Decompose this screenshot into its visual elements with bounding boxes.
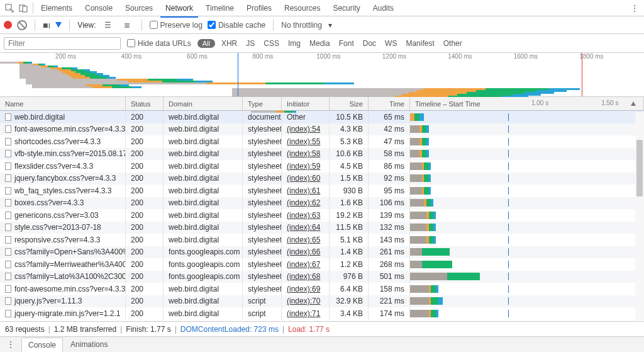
panel-tab-console[interactable]: Console xyxy=(80,1,118,15)
drawer-menu-icon[interactable]: ⋮ xyxy=(4,339,18,349)
panel-tab-security[interactable]: Security xyxy=(328,1,365,15)
cell-time: 139 ms xyxy=(369,209,410,222)
panel-tab-sources[interactable]: Sources xyxy=(120,1,158,15)
file-icon xyxy=(5,138,11,145)
col-initiator[interactable]: Initiator xyxy=(282,97,330,110)
col-waterfall[interactable]: Timeline – Start Time 1.00 s1.50 s xyxy=(410,97,644,110)
cell-initiator[interactable]: (index):55 xyxy=(282,135,330,148)
file-icon xyxy=(5,125,11,133)
file-icon xyxy=(5,297,11,305)
cell-initiator[interactable]: (index):54 xyxy=(282,123,330,136)
request-row[interactable]: css?family=Lato%3A100%2C300%2C...200font… xyxy=(0,271,644,283)
cell-initiator[interactable]: (index):59 xyxy=(282,160,330,173)
cell-name: css?family=Merriweather%3A400%2C... xyxy=(0,258,126,271)
filter-type-img[interactable]: Img xyxy=(288,39,301,48)
cell-initiator[interactable]: (index):71 xyxy=(282,307,330,320)
panel-tab-profiles[interactable]: Profiles xyxy=(242,1,277,15)
filter-type-ws[interactable]: WS xyxy=(385,39,397,48)
request-row[interactable]: web.bird.digital200web.bird.digitaldocum… xyxy=(0,111,644,123)
request-row[interactable]: boxes.css?ver=4.3.3200web.bird.digitalst… xyxy=(0,197,644,210)
filter-type-js[interactable]: JS xyxy=(246,39,255,48)
cell-name: responsive.css?ver=4.3.3 xyxy=(0,234,126,246)
cell-initiator[interactable]: (index):60 xyxy=(282,173,330,185)
cell-initiator[interactable]: (index):70 xyxy=(282,295,330,308)
panel-tab-resources[interactable]: Resources xyxy=(279,1,325,15)
cell-initiator[interactable]: (index):61 xyxy=(282,185,330,197)
table-headers[interactable]: Name Status Domain Type Initiator Size T… xyxy=(0,97,644,111)
cell-initiator[interactable]: (index):63 xyxy=(282,209,330,222)
drawer-tab-animations[interactable]: Animations xyxy=(64,338,114,352)
drawer-tab-console[interactable]: Console xyxy=(21,338,63,352)
panel-tab-network[interactable]: Network xyxy=(160,1,198,15)
filter-input[interactable] xyxy=(4,37,121,50)
panel-tab-audits[interactable]: Audits xyxy=(368,1,399,15)
cell-initiator[interactable]: (index):64 xyxy=(282,222,330,234)
disable-cache-checkbox[interactable]: Disable cache xyxy=(208,21,265,30)
large-rows-icon[interactable]: ☰ xyxy=(101,18,115,32)
col-name[interactable]: Name xyxy=(0,97,126,110)
request-row[interactable]: css?family=Open+Sans%3A400%2C3...200font… xyxy=(0,246,644,259)
network-toolbar: ■ı View: ☰ ≣ Preserve log Disable cache … xyxy=(0,16,644,34)
request-row[interactable]: vfb-style.min.css?ver=2015.08.17200web.b… xyxy=(0,148,644,161)
request-row[interactable]: style.css?ver=2013-07-18200web.bird.digi… xyxy=(0,222,644,234)
col-time[interactable]: Time xyxy=(369,97,410,110)
filter-type-other[interactable]: Other xyxy=(443,39,462,48)
request-row[interactable]: shortcodes.css?ver=4.3.3200web.bird.digi… xyxy=(0,135,644,148)
cell-size: 1.5 KB xyxy=(330,173,369,185)
cell-initiator[interactable]: (index):66 xyxy=(282,246,330,259)
device-toggle-icon[interactable] xyxy=(16,1,30,15)
request-row[interactable]: flexslider.css?ver=4.3.3200web.bird.digi… xyxy=(0,160,644,173)
col-status[interactable]: Status xyxy=(126,97,164,110)
cell-initiator[interactable]: (index):69 xyxy=(282,283,330,295)
cell-size: 1.4 KB xyxy=(330,246,369,259)
request-row[interactable]: font-awesome.min.css?ver=4.3.3200web.bir… xyxy=(0,283,644,295)
screenshot-toggle[interactable]: ■ı xyxy=(43,20,50,30)
throttling-dropdown[interactable]: No throttling xyxy=(281,21,332,30)
preserve-log-checkbox[interactable]: Preserve log xyxy=(150,21,203,30)
request-row[interactable]: css?family=Merriweather%3A400%2C...200fo… xyxy=(0,258,644,271)
hide-data-urls-checkbox[interactable]: Hide data URLs xyxy=(127,39,191,48)
cell-initiator[interactable]: (index):68 xyxy=(282,271,330,283)
inspect-icon[interactable] xyxy=(3,1,16,15)
cell-size: 10.5 KB xyxy=(330,111,369,123)
filter-type-manifest[interactable]: Manifest xyxy=(406,39,434,48)
overview-timeline[interactable]: 200 ms400 ms600 ms800 ms1000 ms1200 ms14… xyxy=(0,53,644,97)
panel-tab-elements[interactable]: Elements xyxy=(36,1,77,15)
request-row[interactable]: jquery.js?ver=1.11.3200web.bird.digitals… xyxy=(0,295,644,308)
cell-initiator[interactable]: Other xyxy=(282,111,330,123)
request-row[interactable]: font-awesome.min.css?ver=4.3.3200web.bir… xyxy=(0,123,644,136)
cell-initiator[interactable]: (index):58 xyxy=(282,148,330,161)
cell-initiator[interactable]: (index):62 xyxy=(282,197,330,210)
request-row[interactable]: wb_faq_styles.css?ver=4.3.3200web.bird.d… xyxy=(0,185,644,197)
cell-initiator[interactable]: (index):67 xyxy=(282,258,330,271)
filter-toggle-icon[interactable] xyxy=(55,22,62,28)
waterfall-scale-label: 1.50 s xyxy=(601,99,618,106)
vertical-scrollbar[interactable] xyxy=(635,112,644,321)
filter-type-css[interactable]: CSS xyxy=(264,39,279,48)
col-type[interactable]: Type xyxy=(243,97,282,110)
request-row[interactable]: genericons.css?ver=3.03200web.bird.digit… xyxy=(0,209,644,222)
cell-waterfall xyxy=(410,297,644,305)
filter-type-xhr[interactable]: XHR xyxy=(221,39,237,48)
col-domain[interactable]: Domain xyxy=(164,97,243,110)
record-button[interactable] xyxy=(4,21,12,29)
cell-type: stylesheet xyxy=(243,234,282,246)
scroll-thumb[interactable] xyxy=(636,140,643,196)
more-menu-icon[interactable]: ⋮ xyxy=(628,3,641,13)
clear-button[interactable] xyxy=(17,20,27,30)
request-row[interactable]: jquery.fancybox.css?ver=4.3.3200web.bird… xyxy=(0,173,644,185)
filter-type-media[interactable]: Media xyxy=(309,39,330,48)
filter-all-pill[interactable]: All xyxy=(197,39,215,48)
cell-type: stylesheet xyxy=(243,197,282,210)
overview-toggle-icon[interactable]: ≣ xyxy=(120,18,134,32)
request-row[interactable]: responsive.css?ver=4.3.3200web.bird.digi… xyxy=(0,234,644,246)
cell-domain: web.bird.digital xyxy=(164,135,243,148)
col-size[interactable]: Size xyxy=(330,97,369,110)
request-row[interactable]: jquery-migrate.min.js?ver=1.2.1200web.bi… xyxy=(0,307,644,320)
cell-domain: fonts.googleapis.com xyxy=(164,258,243,271)
filter-type-doc[interactable]: Doc xyxy=(363,39,376,48)
cell-initiator[interactable]: (index):65 xyxy=(282,234,330,246)
sort-asc-icon xyxy=(631,101,636,106)
panel-tab-timeline[interactable]: Timeline xyxy=(201,1,239,15)
filter-type-font[interactable]: Font xyxy=(339,39,354,48)
